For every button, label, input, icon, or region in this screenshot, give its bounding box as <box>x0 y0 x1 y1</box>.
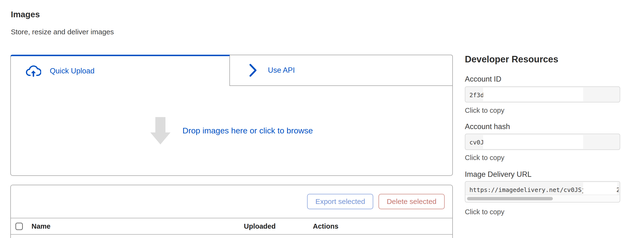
account-hash-copy-box[interactable]: cv0J <box>465 134 620 150</box>
images-page: Images Store, resize and deliver images … <box>0 0 644 238</box>
column-header-name: Name <box>32 222 50 230</box>
account-id-copy-hint: Click to copy <box>465 107 504 115</box>
upload-tabs: Quick Upload Use API <box>10 55 453 86</box>
url-partial-glyph: 2 <box>616 186 619 193</box>
image-delivery-url-label: Image Delivery URL <box>465 170 532 179</box>
page-title: Images <box>11 9 40 19</box>
redaction-overlay <box>483 88 583 101</box>
select-all-checkbox[interactable] <box>16 223 23 230</box>
delete-selected-button[interactable]: Delete selected <box>378 194 445 209</box>
upload-dropzone[interactable]: Drop images here or click to browse <box>10 86 453 176</box>
account-id-copy-box[interactable]: 2f3d <box>465 86 620 103</box>
account-hash-copy-hint: Click to copy <box>465 154 504 162</box>
column-header-actions: Actions <box>313 222 338 230</box>
images-table-panel: Export selected Delete selected Name Upl… <box>10 185 453 238</box>
page-subtitle: Store, resize and deliver images <box>11 28 114 36</box>
tab-use-api-label: Use API <box>268 66 295 75</box>
account-hash-value: cv0J <box>470 139 484 146</box>
redaction-overlay <box>583 182 617 195</box>
horizontal-scrollbar[interactable] <box>465 195 620 202</box>
image-delivery-url-copy-hint: Click to copy <box>465 208 504 216</box>
export-selected-button[interactable]: Export selected <box>307 194 373 209</box>
redaction-overlay <box>483 135 583 149</box>
tab-quick-upload[interactable]: Quick Upload <box>10 55 230 86</box>
chevron-right-icon <box>249 64 257 77</box>
sidebar-title: Developer Resources <box>465 54 558 65</box>
table-toolbar: Export selected Delete selected <box>11 185 452 218</box>
developer-resources-sidebar: Developer Resources Account ID 2f3d Clic… <box>465 0 620 238</box>
image-delivery-url-copy-box[interactable]: https://imagedelivery.net/cv0JSj 2 <box>465 181 620 203</box>
column-header-uploaded: Uploaded <box>244 222 276 230</box>
tab-quick-upload-label: Quick Upload <box>50 67 94 75</box>
account-id-label: Account ID <box>465 75 502 84</box>
account-hash-label: Account hash <box>465 122 510 131</box>
scrollbar-thumb[interactable] <box>467 197 553 200</box>
dropzone-label: Drop images here or click to browse <box>182 126 313 135</box>
image-delivery-url-value: https://imagedelivery.net/cv0JSj <box>470 186 585 193</box>
cloud-upload-icon <box>26 65 41 78</box>
block-down-arrow-icon <box>150 117 170 144</box>
tab-use-api[interactable]: Use API <box>230 55 453 86</box>
account-id-value: 2f3d <box>470 92 484 99</box>
table-header-row: Name Uploaded Actions <box>11 218 452 235</box>
main-column: Images Store, resize and deliver images … <box>10 0 453 238</box>
